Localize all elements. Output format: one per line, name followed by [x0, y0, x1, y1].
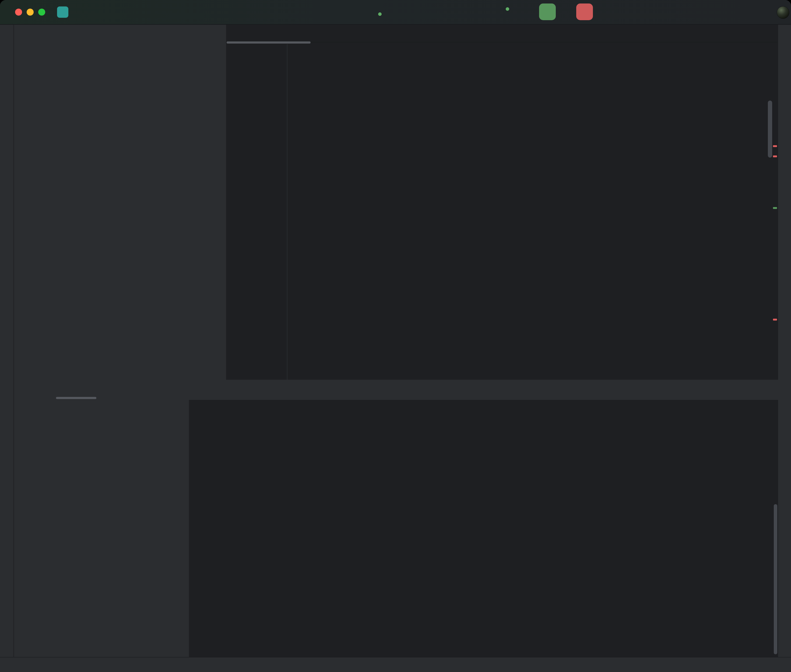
active-tab-indicator — [56, 397, 96, 399]
project-panel-header — [14, 25, 226, 43]
stop-app-button[interactable] — [576, 3, 593, 20]
maximize-window-button[interactable] — [38, 9, 45, 16]
inspections-widget[interactable] — [707, 27, 766, 34]
warning-badge-icon — [720, 27, 727, 34]
error-stripe-mark[interactable] — [773, 155, 777, 157]
run-config-selector[interactable] — [500, 0, 521, 24]
console-scrollbar[interactable] — [774, 504, 777, 654]
ok-badge-icon — [733, 27, 740, 34]
vcs-branch-widget[interactable] — [116, 0, 137, 24]
hide-build-panel-button[interactable] — [763, 386, 771, 394]
more-run-options-button[interactable] — [597, 8, 605, 16]
android-icon — [500, 8, 509, 17]
stop-icon — [580, 7, 589, 16]
chevron-down-icon — [75, 9, 81, 15]
rerun-app-button[interactable] — [539, 3, 556, 20]
project-logo — [57, 6, 68, 18]
status-bar — [0, 657, 791, 672]
build-options-button[interactable] — [744, 386, 752, 394]
prev-problem-button[interactable] — [748, 27, 755, 34]
avatar[interactable] — [777, 6, 789, 19]
chevron-down-icon — [131, 9, 137, 15]
device-selector[interactable] — [378, 0, 400, 24]
restart-icon — [543, 7, 552, 16]
editor-tab-bar — [226, 25, 778, 43]
tab-strip-scrollbar[interactable] — [226, 42, 311, 43]
error-badge-icon — [707, 27, 714, 34]
next-problem-button[interactable] — [759, 27, 766, 34]
project-tree — [14, 45, 226, 380]
build-result-tree — [28, 400, 189, 658]
branch-icon — [116, 8, 124, 16]
editor-scrollbar[interactable] — [768, 101, 772, 158]
chevron-down-icon — [393, 9, 400, 15]
android-studio-window — [0, 0, 791, 672]
cpp-file-icon — [234, 29, 242, 37]
build-panel-header — [14, 380, 778, 399]
project-tool-window — [14, 25, 226, 380]
minimize-window-button[interactable] — [27, 9, 34, 16]
project-view-selector[interactable] — [18, 30, 26, 37]
right-tool-stripe — [778, 25, 791, 657]
editor-tab-ai_chat[interactable] — [230, 25, 259, 42]
titlebar — [0, 0, 791, 25]
ok-stripe-mark[interactable] — [773, 207, 777, 209]
close-tab-icon[interactable] — [249, 30, 255, 36]
error-stripe-mark[interactable] — [773, 145, 777, 147]
code-area[interactable] — [226, 44, 778, 380]
editor — [226, 25, 778, 380]
chevron-down-icon — [20, 30, 26, 37]
left-tool-stripe — [0, 25, 14, 657]
macos-traffic-lights — [15, 9, 45, 16]
build-console[interactable] — [189, 400, 778, 658]
debug-app-button[interactable] — [561, 7, 571, 17]
gutter-separator — [287, 44, 287, 380]
close-window-button[interactable] — [15, 9, 22, 16]
build-tool-window — [14, 380, 778, 658]
chevron-down-icon — [516, 9, 521, 15]
project-widget[interactable] — [57, 0, 81, 24]
error-stripe-mark[interactable] — [773, 318, 777, 320]
phone-icon — [378, 8, 387, 17]
build-header-tools — [744, 380, 771, 399]
